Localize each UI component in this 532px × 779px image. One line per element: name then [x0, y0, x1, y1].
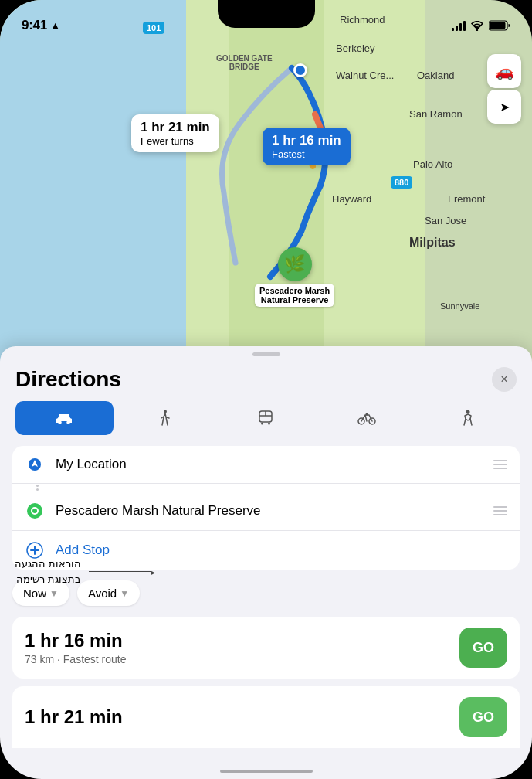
status-icons — [452, 20, 510, 31]
time-option-label: Now — [23, 587, 46, 600]
city-fremont: Palo Alto — [413, 158, 452, 170]
route-1-time: 1 hr 16 min — [25, 630, 127, 651]
destination-circle: 🌿 — [278, 247, 312, 281]
waypoint-origin[interactable]: My Location — [12, 446, 520, 484]
avoid-option-chevron: ▼ — [120, 588, 129, 599]
avoid-option-label: Avoid — [88, 587, 117, 600]
tab-rideshare[interactable] — [418, 401, 517, 435]
callout-fastest-label: Fastest — [272, 148, 341, 160]
svg-point-20 — [32, 509, 37, 513]
wifi-icon — [470, 21, 484, 31]
close-button[interactable]: × — [492, 367, 517, 392]
svg-point-4 — [67, 421, 70, 424]
city-san-ramon: Oakland — [417, 70, 454, 81]
tab-transit[interactable] — [217, 401, 315, 435]
route-1-info: 1 hr 16 min 73 km · Fastest route — [25, 630, 127, 665]
go-button-1[interactable]: GO — [459, 628, 507, 668]
map-area[interactable]: Richmond Berkeley Walnut Cre... Oakland … — [0, 0, 532, 371]
annotation-container: הוראות ההגעה בתצוגת רשימה ▸ — [0, 556, 151, 587]
phone-frame: 9:41 ▲ — [0, 0, 532, 779]
person-icon — [462, 410, 474, 427]
svg-point-7 — [261, 423, 263, 425]
home-indicator — [220, 770, 313, 773]
sheet-header: Directions × — [0, 356, 532, 401]
signal-icon — [452, 21, 466, 31]
svg-point-8 — [268, 423, 270, 425]
location-button[interactable]: ➤ — [487, 90, 521, 124]
location-arrow-icon: ▲ — [50, 19, 61, 32]
tab-walk[interactable] — [117, 401, 215, 435]
origin-text: My Location — [56, 457, 483, 472]
golden-gate-label: GOLDEN GATEBRIDGE — [216, 54, 273, 71]
destination-text: Pescadero Marsh Natural Preserve — [56, 503, 483, 519]
route-connector — [12, 484, 520, 492]
add-stop-text: Add Stop — [56, 543, 110, 558]
notch — [218, 0, 315, 28]
callout-fastest-time: 1 hr 16 min — [272, 133, 341, 148]
city-berkeley: Berkeley — [336, 43, 375, 54]
map-background: Richmond Berkeley Walnut Cre... Oakland … — [0, 0, 532, 371]
svg-point-3 — [59, 421, 62, 424]
bus-icon — [258, 410, 273, 427]
city-morgan-hill: Sunnyvale — [440, 301, 479, 311]
svg-point-13 — [366, 413, 368, 416]
svg-rect-2 — [490, 22, 506, 29]
destination-label: Pescadero Marsh Natural Preserve — [255, 284, 334, 307]
highway-880-badge: 880 — [391, 176, 412, 189]
bike-icon — [357, 411, 376, 425]
callout-fewer-label: Fewer turns — [141, 135, 210, 147]
svg-point-0 — [476, 29, 478, 30]
transport-tabs — [0, 401, 532, 435]
tab-drive[interactable] — [15, 401, 114, 435]
callout-fewer-time: 1 hr 21 min — [141, 120, 210, 135]
svg-point-14 — [466, 410, 469, 414]
annotation-line: ▸ — [89, 571, 151, 572]
waypoints-section: My Location + — [12, 446, 520, 570]
city-palo-alto: Hayward — [332, 193, 371, 205]
car-icon — [55, 411, 73, 425]
route-result-1[interactable]: 1 hr 16 min 73 km · Fastest route GO — [12, 617, 520, 679]
annotation-text: הוראות ההגעה בתצוגת רשימה — [0, 556, 89, 587]
origin-handle[interactable] — [493, 460, 507, 469]
city-oakland: Walnut Cre... — [336, 70, 394, 81]
route-1-detail: 73 km · Fastest route — [25, 653, 127, 665]
destination-icon: + — [26, 502, 43, 519]
battery-icon — [489, 20, 510, 31]
destination-handle[interactable] — [493, 506, 507, 515]
drive-mode-button[interactable]: 🚗 — [487, 54, 521, 88]
waypoint-destination[interactable]: + Pescadero Marsh Natural Preserve — [12, 492, 520, 531]
map-button-group: 🚗 ➤ — [487, 54, 521, 124]
start-location-dot — [293, 63, 307, 77]
city-milpitas: Fremont — [448, 193, 485, 205]
go-button-2[interactable]: GO — [459, 697, 507, 737]
status-time: 9:41 — [22, 18, 47, 33]
destination-pin: 🌿 Pescadero Marsh Natural Preserve — [255, 247, 334, 307]
route-2-time: 1 hr 21 min — [25, 706, 123, 728]
svg-point-5 — [164, 410, 167, 413]
route-result-2[interactable]: 1 hr 21 min GO — [12, 686, 520, 748]
city-hayward: San Ramon — [409, 108, 463, 120]
location-icon — [27, 457, 42, 472]
route-2-info: 1 hr 21 min — [25, 706, 123, 728]
tab-cycle[interactable] — [318, 401, 416, 435]
city-sunnyvale: San Jose — [425, 215, 466, 226]
time-option-chevron: ▼ — [49, 588, 59, 599]
city-san-jose: Milpitas — [409, 236, 456, 250]
walk-icon — [159, 410, 171, 427]
sheet-title: Directions — [15, 367, 121, 392]
route-callout-fastest[interactable]: 1 hr 16 min Fastest — [263, 128, 351, 165]
route-callout-fewer[interactable]: 1 hr 21 min Fewer turns — [131, 114, 219, 152]
